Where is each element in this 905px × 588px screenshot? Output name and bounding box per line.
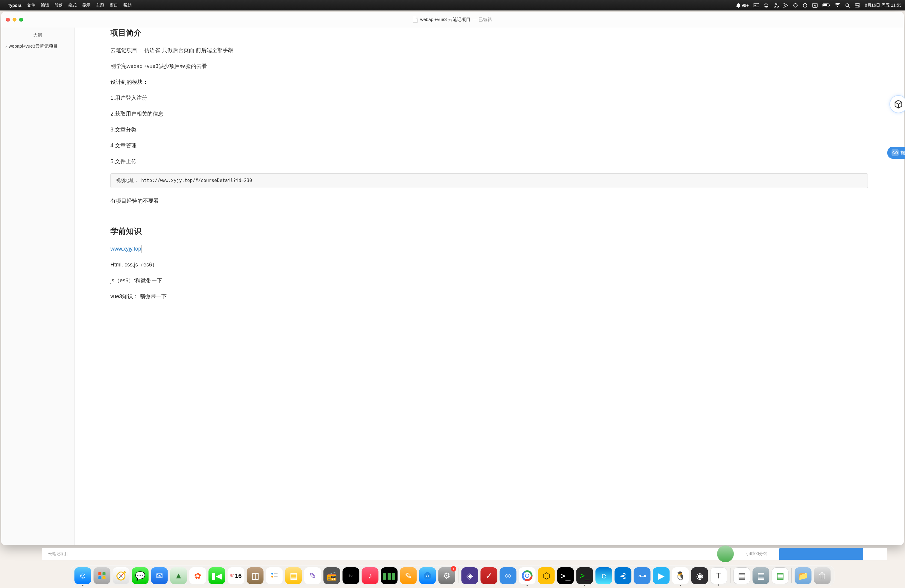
cluster-icon[interactable] [774,3,779,8]
dock-chrome[interactable] [519,567,536,584]
svg-rect-20 [103,576,106,579]
paragraph[interactable]: 刚学完webapi+vue3缺少项目经验的去看 [110,62,868,70]
menu-format[interactable]: 格式 [68,3,76,8]
dock-baidupan[interactable]: ∞ [500,567,516,584]
dock-messages[interactable]: 💬 [132,567,149,584]
cube-icon[interactable] [803,3,807,8]
paragraph[interactable]: 有项目经验的不要看 [110,197,868,205]
display-icon[interactable] [754,3,759,8]
dock-mail[interactable]: ✉ [151,567,168,584]
dock-maps[interactable]: ▲ [170,567,187,584]
menu-edit[interactable]: 编辑 [41,3,49,8]
dock-reminders[interactable] [266,567,283,584]
paragraph[interactable]: 3.文章分类 [110,126,868,134]
dock-trash[interactable]: 🗑 [814,567,831,584]
dock-vscode[interactable]: ⊰ [615,567,632,584]
close-window-button[interactable] [6,17,10,22]
paragraph[interactable]: js（es6）:稍微带一下 [110,277,868,285]
dock-feishu[interactable]: ▶ [653,567,670,584]
maximize-window-button[interactable] [19,17,23,22]
dock-photos[interactable]: ✿ [189,567,206,584]
dock-separator [730,568,730,583]
dock-iterm[interactable]: >_ [576,567,593,584]
paragraph[interactable]: Html. css,js（es6） [110,261,868,269]
paragraph[interactable]: vue3知识： 稍微带一下 [110,292,868,300]
macos-menubar: Typora 文件 编辑 段落 格式 显示 主题 窗口 帮助 99+ A 8月1… [0,0,905,11]
sidebar-title: 大纲 [1,30,74,42]
dock-music[interactable]: ♪ [362,567,379,584]
dock-recent-doc3[interactable]: ▤ [772,567,789,584]
input-method-icon[interactable]: A [812,3,818,8]
link-xyjy[interactable]: www.xyjy.top [110,245,142,253]
macos-dock: ☺ 🧭 💬 ✉ ▲ ✿ ▮◀ 8月16 ◫ ▤ ✎ 📻 tv ♪ ▮▮▮ ✎ A… [71,565,835,586]
dock-contacts[interactable]: ◫ [247,567,264,584]
bg-window-text: 云笔记项目 [48,551,69,556]
dock-obs[interactable]: ◉ [691,567,708,584]
dock-numbers[interactable]: ▮▮▮ [381,567,398,584]
dock-recent-doc2[interactable]: ▤ [753,567,769,584]
menu-window[interactable]: 窗口 [110,3,118,8]
send-icon[interactable] [783,3,788,8]
control-center-icon[interactable] [855,3,860,8]
paragraph[interactable]: 4.文章管理. [110,141,868,150]
svg-rect-9 [823,4,827,6]
dock-qq[interactable]: 🐧 [672,567,689,584]
infinity-icon [892,149,899,156]
dock-settings[interactable]: ⚙1 [438,567,455,584]
document-icon [413,17,418,23]
outline-item-label: webapi+vue3云笔记项目 [9,43,58,49]
dock-facetime[interactable]: ▮◀ [209,567,225,584]
dock-edge[interactable]: e [595,567,612,584]
paragraph[interactable]: 2.获取用户相关的信息 [110,110,868,118]
dock-tv[interactable]: tv [343,567,359,584]
dock-freeform[interactable]: ✎ [304,567,321,584]
circle-icon[interactable] [793,3,798,8]
paragraph[interactable]: 设计到的模块： [110,78,868,86]
notification-count: 99+ [741,3,749,8]
heading-intro[interactable]: 项目简介 [110,27,868,38]
heading-prereq[interactable]: 学前知识 [110,226,868,237]
dock-pages[interactable]: ✎ [400,567,417,584]
datetime-label[interactable]: 8月16日 周五 11:53 [865,3,902,8]
dock-podcasts[interactable]: 📻 [324,567,340,584]
menu-theme[interactable]: 主题 [96,3,104,8]
docker-icon[interactable] [764,3,769,8]
dock-mindmap[interactable]: ⊶ [634,567,651,584]
dock-appstore[interactable]: A [419,567,436,584]
menu-view[interactable]: 显示 [82,3,90,8]
svg-line-12 [848,6,849,8]
code-block[interactable]: 视频地址： http://www.xyjy.top/#/courseDetail… [110,173,868,188]
dock-notes[interactable]: ▤ [285,567,302,584]
spotlight-icon[interactable] [845,3,850,8]
dock-terminal[interactable]: >_ [557,567,574,584]
paragraph[interactable]: 云笔记项目： 仿语雀 只做后台页面 前后端全部手敲 [110,46,868,54]
dock-zed[interactable]: ⬡ [538,567,555,584]
menu-paragraph[interactable]: 段落 [54,3,63,8]
dock-typora[interactable]: T [710,567,727,584]
battery-icon[interactable] [822,3,830,7]
paragraph[interactable]: 1.用户登入注册 [110,94,868,102]
notification-icon[interactable]: 99+ [736,3,749,8]
dock-recent-doc1[interactable]: ▤ [734,567,750,584]
dock-downloads[interactable]: 📁 [795,567,811,584]
dock-finder[interactable]: ☺ [75,567,91,584]
app-name-label[interactable]: Typora [8,3,22,8]
floating-cube-widget[interactable] [890,96,905,113]
paragraph-link[interactable]: www.xyjy.top [110,245,868,253]
dock-todoist[interactable]: ✓ [481,567,497,584]
editor-area[interactable]: 项目简介 云笔记项目： 仿语雀 只做后台页面 前后端全部手敲 刚学完webapi… [75,27,904,545]
floating-drag-tab[interactable]: 拖 [888,147,905,159]
dock-calendar[interactable]: 8月16 [228,567,245,584]
svg-text:A: A [426,573,429,578]
dock-safari[interactable]: 🧭 [113,567,130,584]
dock-launchpad[interactable] [94,567,110,584]
outline-item-root[interactable]: › webapi+vue3云笔记项目 [1,42,74,50]
paragraph[interactable]: 5.文件上传 [110,157,868,165]
svg-point-23 [272,576,273,577]
wifi-icon[interactable] [835,3,840,7]
menu-file[interactable]: 文件 [27,3,35,8]
menu-help[interactable]: 帮助 [123,3,132,8]
svg-rect-22 [274,573,278,574]
dock-obsidian[interactable]: ◈ [462,567,478,584]
minimize-window-button[interactable] [13,17,16,22]
